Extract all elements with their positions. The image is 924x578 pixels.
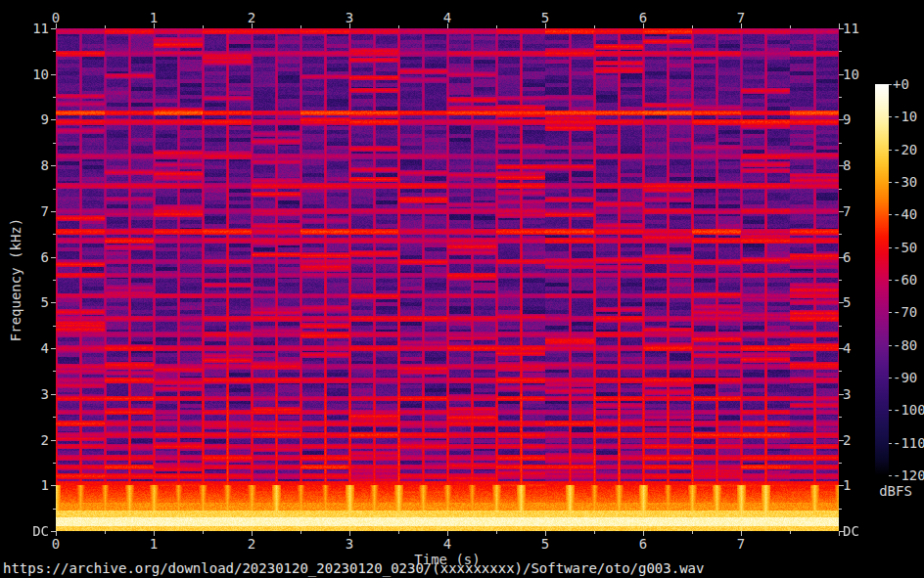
y-tick-left-7.5	[53, 189, 56, 190]
y-tick-label-left-5: 5	[0, 295, 49, 309]
x-tick-top-1.5	[203, 25, 204, 28]
x-tick-label-bottom-5: 5	[526, 537, 565, 551]
y-tick-label-left-DC: DC	[0, 524, 49, 538]
y-tick-label-left-2: 2	[0, 433, 49, 447]
x-tick-top-7.5	[790, 25, 791, 28]
colorbar-tick--30	[889, 182, 892, 183]
y-tick-left-4.5	[53, 326, 56, 327]
y-tick-label-right-1: 1	[843, 478, 882, 492]
y-tick-left-10.5	[53, 51, 56, 52]
colorbar-tick--90	[889, 378, 892, 378]
y-tick-label-right-11: 11	[843, 22, 882, 35]
y-tick-left-3.5	[53, 371, 56, 372]
y-tick-label-left-3: 3	[0, 387, 49, 401]
y-tick-label-left-4: 4	[0, 341, 49, 355]
colorbar-tick-label--110: -110	[893, 436, 924, 450]
x-tick-label-top-1: 1	[134, 11, 173, 24]
colorbar-tick-label--60: -60	[893, 273, 917, 287]
colorbar-tick-label--120: -120	[893, 468, 924, 482]
x-tick-label-bottom-4: 4	[428, 537, 467, 551]
colorbar-tick-label--40: -40	[893, 207, 917, 221]
y-tick-right-0.5	[839, 509, 842, 510]
spectrogram-figure: Frequency (kHz) Time (s) dBFS https://ar…	[0, 0, 924, 578]
colorbar-tick-label--10: -10	[893, 110, 917, 123]
y-tick-label-left-9: 9	[0, 112, 49, 126]
y-tick-label-right-9: 9	[843, 112, 882, 126]
colorbar-tick--20	[889, 150, 892, 151]
y-tick-right-2.5	[839, 417, 842, 418]
x-tick-label-top-3: 3	[330, 11, 369, 24]
colorbar-tick-label--50: -50	[893, 241, 917, 254]
y-tick-label-left-8: 8	[0, 158, 49, 172]
y-tick-left-8	[51, 165, 56, 166]
x-tick-bottom-2.5	[300, 531, 301, 534]
x-tick-label-bottom-7: 7	[721, 537, 761, 551]
colorbar-tick-label--100: -100	[893, 403, 924, 417]
x-tick-label-top-5: 5	[526, 11, 565, 24]
colorbar-tick-label--90: -90	[893, 371, 917, 384]
y-tick-right-10.5	[839, 51, 842, 52]
y-tick-left-5.5	[53, 280, 56, 281]
y-tick-left-11	[51, 28, 56, 29]
y-tick-right-1.5	[839, 463, 842, 464]
y-tick-label-right-4: 4	[843, 341, 882, 355]
colorbar-tick--40	[889, 214, 892, 215]
y-tick-label-left-10: 10	[0, 67, 49, 81]
y-tick-label-right-2: 2	[843, 433, 882, 447]
y-tick-left-9	[51, 119, 56, 120]
x-tick-label-top-7: 7	[721, 11, 761, 24]
y-tick-left-1	[51, 485, 56, 486]
x-tick-bottom-4.5	[496, 531, 497, 534]
x-tick-top-5.5	[594, 25, 595, 28]
colorbar-tick-label--80: -80	[893, 338, 917, 352]
x-tick-label-top-6: 6	[624, 11, 663, 24]
colorbar-tick--120	[889, 475, 892, 476]
x-tick-label-bottom-0: 0	[36, 537, 75, 551]
colorbar-tick--100	[889, 410, 892, 411]
colorbar-tick--80	[889, 345, 892, 346]
y-tick-left-7	[51, 211, 56, 212]
y-tick-label-right-8: 8	[843, 158, 882, 172]
y-tick-left-0	[51, 531, 56, 532]
y-tick-left-6	[51, 257, 56, 258]
x-tick-bottom-0.5	[105, 531, 106, 534]
y-tick-left-4	[51, 348, 56, 349]
colorbar-tick--70	[889, 312, 892, 313]
x-tick-bottom-7.5	[790, 531, 791, 534]
x-tick-label-top-4: 4	[428, 11, 467, 24]
x-tick-label-bottom-1: 1	[134, 537, 173, 551]
colorbar-tick-label--70: -70	[893, 305, 917, 319]
y-tick-right-6.5	[839, 234, 842, 235]
y-tick-label-left-6: 6	[0, 250, 49, 264]
x-tick-bottom-5.5	[594, 531, 595, 534]
colorbar-tick-label--20: -20	[893, 143, 917, 156]
x-tick-label-bottom-3: 3	[330, 537, 369, 551]
colorbar-tick-label--30: -30	[893, 175, 917, 189]
y-tick-left-10	[51, 74, 56, 75]
x-tick-label-top-2: 2	[232, 11, 271, 24]
x-tick-label-bottom-6: 6	[624, 537, 663, 551]
x-tick-top-6.5	[692, 25, 693, 28]
source-url: https://archive.org/download/20230120_20…	[3, 561, 704, 575]
x-tick-bottom-3.5	[398, 531, 399, 534]
y-tick-right-4.5	[839, 326, 842, 327]
x-tick-bottom-6.5	[692, 531, 693, 534]
y-tick-left-5	[51, 302, 56, 303]
y-tick-label-right-7: 7	[843, 204, 882, 218]
y-tick-left-6.5	[53, 234, 56, 235]
x-tick-label-bottom-2: 2	[232, 537, 271, 551]
y-tick-label-right-3: 3	[843, 387, 882, 401]
spectrogram-canvas	[56, 28, 839, 531]
y-tick-right-8.5	[839, 143, 842, 144]
x-tick-bottom-1.5	[203, 531, 204, 534]
colorbar-tick-label-+0: +0	[893, 77, 909, 91]
y-tick-left-2	[51, 440, 56, 441]
y-tick-left-1.5	[53, 463, 56, 464]
colorbar-tick--60	[889, 280, 892, 281]
colorbar-tick--10	[889, 116, 892, 117]
y-tick-left-3	[51, 394, 56, 395]
y-tick-left-8.5	[53, 143, 56, 144]
y-tick-label-right-5: 5	[843, 295, 882, 309]
y-tick-right-3.5	[839, 371, 842, 372]
y-tick-right-5.5	[839, 280, 842, 281]
